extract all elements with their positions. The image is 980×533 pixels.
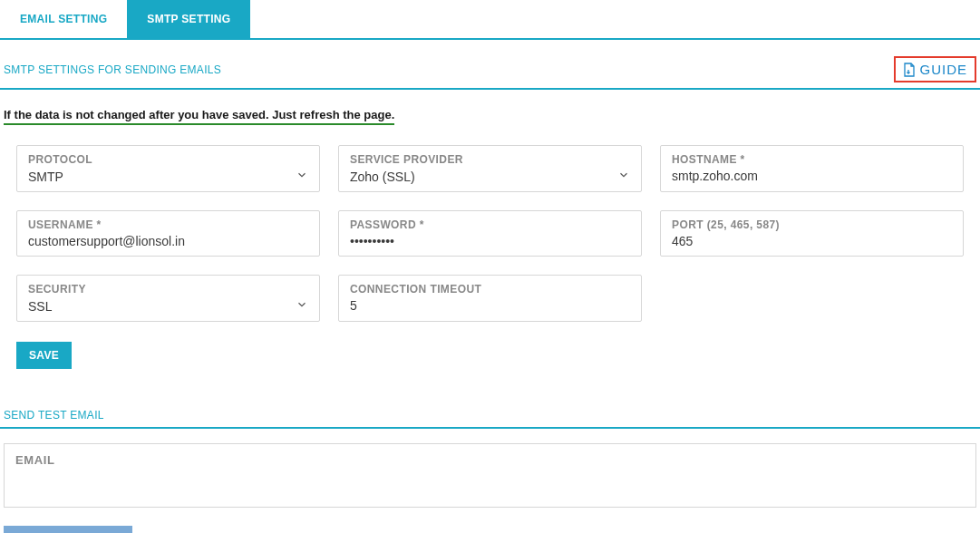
service-provider-value[interactable] [350,170,610,184]
hostname-input[interactable] [672,169,952,183]
chevron-down-icon [617,169,630,184]
test-email-label: EMAIL [15,453,965,467]
pdf-icon [903,63,916,77]
section-smtp-header: SMTP SETTINGS FOR SENDING EMAILS GUIDE [0,40,980,90]
security-select[interactable]: SECURITY [16,275,320,322]
username-input[interactable] [28,234,308,248]
protocol-value[interactable] [28,170,288,184]
security-label: SECURITY [28,283,308,296]
hostname-label: HOSTNAME * [672,153,952,166]
password-field[interactable]: PASSWORD * [338,210,642,257]
service-provider-select[interactable]: SERVICE PROVIDER [338,145,642,192]
tab-email-setting[interactable]: EMAIL SETTING [0,0,127,38]
section-test-title: SEND TEST EMAIL [4,409,104,422]
guide-label: GUIDE [919,62,967,77]
connection-timeout-input[interactable] [350,298,630,313]
tabs-container: EMAIL SETTING SMTP SETTING [0,0,980,40]
chevron-down-icon [296,298,308,314]
hostname-field[interactable]: HOSTNAME * [660,145,964,192]
section-test-header: SEND TEST EMAIL [0,392,980,429]
test-email-input[interactable] [15,467,965,481]
send-test-email-button[interactable]: SEND TEST EMAIL [4,526,132,533]
save-button[interactable]: SAVE [16,342,72,369]
password-label: PASSWORD * [350,218,630,231]
tab-smtp-setting[interactable]: SMTP SETTING [127,0,250,38]
empty-cell [660,275,964,322]
password-input[interactable] [350,234,630,248]
port-field[interactable]: PORT (25, 465, 587) [660,210,964,257]
protocol-select[interactable]: PROTOCOL [16,145,320,192]
port-label: PORT (25, 465, 587) [672,218,952,231]
security-value[interactable] [28,299,288,314]
smtp-form: PROTOCOL SERVICE PROVIDER HOSTNAME * USE… [0,125,980,322]
section-smtp-title: SMTP SETTINGS FOR SENDING EMAILS [4,63,221,76]
chevron-down-icon [296,169,308,184]
username-label: USERNAME * [28,218,308,231]
service-provider-label: SERVICE PROVIDER [350,153,630,166]
protocol-label: PROTOCOL [28,153,308,166]
guide-button[interactable]: GUIDE [894,56,976,82]
connection-timeout-field[interactable]: CONNECTION TIMEOUT [338,275,642,322]
test-email-field[interactable]: EMAIL [4,443,976,508]
username-field[interactable]: USERNAME * [16,210,320,257]
notice-text: If the data is not changed after you hav… [4,108,394,125]
port-input[interactable] [672,234,952,248]
connection-timeout-label: CONNECTION TIMEOUT [350,283,630,296]
